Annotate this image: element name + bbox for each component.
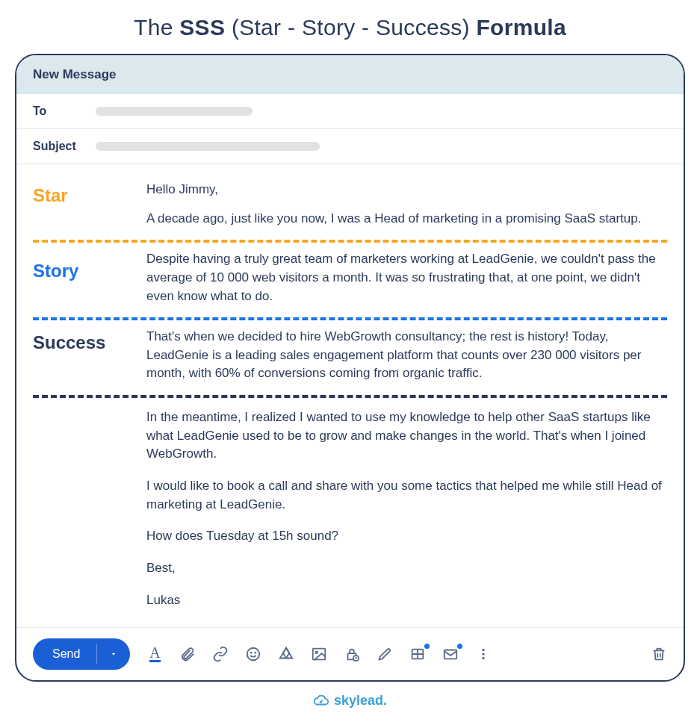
subject-row: Subject: [16, 129, 684, 164]
more-icon[interactable]: [475, 646, 492, 662]
to-label: To: [33, 105, 78, 118]
svg-point-9: [483, 649, 485, 651]
svg-point-4: [316, 652, 318, 654]
story-label: Story: [33, 247, 137, 281]
story-text: Despite having a truly great team of mar…: [146, 247, 667, 313]
attach-icon[interactable]: [179, 646, 196, 662]
page-title: The SSS (Star - Story - Success) Formula: [15, 15, 685, 40]
svg-point-1: [251, 653, 252, 653]
svg-point-11: [483, 657, 485, 659]
to-input-placeholder[interactable]: [96, 107, 253, 116]
drive-icon[interactable]: [278, 646, 294, 662]
email-body[interactable]: Star Hello Jimmy, A decade ago, just lik…: [16, 164, 684, 398]
window-title: New Message: [16, 55, 684, 94]
star-text: Hello Jimmy, A decade ago, just like you…: [146, 178, 667, 235]
story-divider: [33, 317, 667, 320]
star-label: Star: [33, 178, 137, 206]
success-divider: [33, 395, 667, 398]
link-icon[interactable]: [212, 646, 229, 662]
trash-icon[interactable]: [651, 646, 667, 662]
svg-rect-8: [445, 650, 457, 659]
mail-check-icon[interactable]: [442, 646, 459, 662]
svg-point-0: [247, 648, 260, 661]
send-dropdown-icon[interactable]: [97, 638, 130, 670]
success-label: Success: [33, 325, 137, 353]
success-text: That's when we decided to hire WebGrowth…: [146, 325, 667, 391]
star-divider: [33, 240, 667, 243]
subject-label: Subject: [33, 140, 78, 153]
svg-point-2: [255, 653, 256, 653]
confidential-icon[interactable]: [344, 646, 360, 662]
compose-window: New Message To Subject Star Hello Jimmy,…: [15, 54, 685, 682]
toolbar: Send A: [16, 627, 684, 680]
brand-logo: skylead.: [15, 692, 685, 709]
to-row: To: [16, 94, 684, 129]
pen-icon[interactable]: [377, 646, 393, 662]
story-section: Story Despite having a truly great team …: [33, 247, 667, 313]
emoji-icon[interactable]: [245, 646, 261, 662]
email-body-rest[interactable]: In the meantime, I realized I wanted to …: [16, 402, 684, 627]
layout-icon[interactable]: [409, 646, 426, 662]
success-section: Success That's when we decided to hire W…: [33, 325, 667, 391]
format-text-icon[interactable]: A: [146, 646, 163, 662]
cloud-icon: [313, 692, 329, 709]
send-button[interactable]: Send: [33, 638, 130, 670]
star-section: Star Hello Jimmy, A decade ago, just lik…: [33, 178, 667, 235]
svg-point-10: [483, 653, 485, 656]
image-icon[interactable]: [311, 646, 327, 662]
subject-input-placeholder[interactable]: [96, 142, 320, 151]
